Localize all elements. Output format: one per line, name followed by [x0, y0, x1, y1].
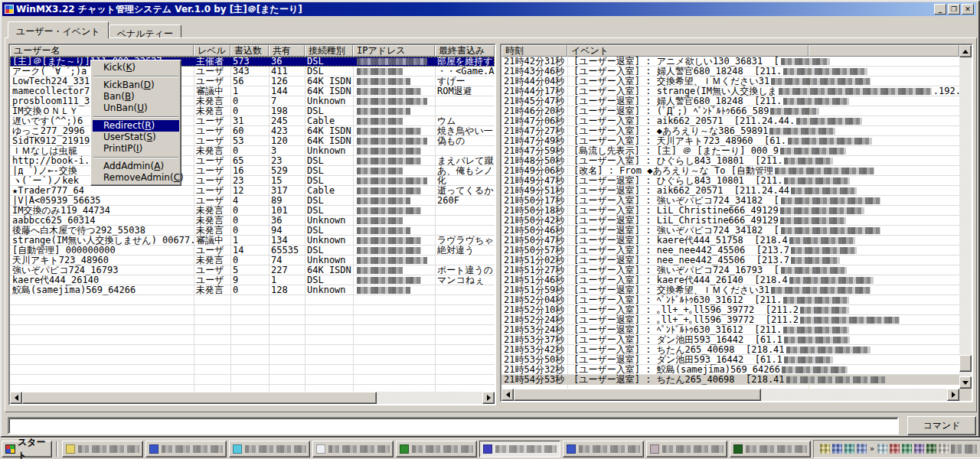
user-row[interactable]: |V|Å<05939_56635 ユーザ 4 89 DSL 260F: [10, 196, 495, 206]
event-row[interactable]: 21時51分46秒 [ユーザー入室] : kaere代444_26140 [21…: [501, 275, 959, 285]
event-row[interactable]: 21時50分42秒 [ユーザー退室] : LiL_Christine666_49…: [501, 216, 959, 226]
event-row[interactable]: 21時54分53秒 [ユーザー退室] : ちたん265_40698 [218.4…: [501, 375, 959, 385]
event-row[interactable]: 21時49分47秒 [ユーザー退室] : ひぐらし843_10801 [211.: [501, 176, 959, 186]
user-row[interactable]: IM交換ＯＮＬＹ 未発言 0 198 DSL: [10, 106, 495, 116]
col-lastpost[interactable]: 最終書込み: [435, 45, 495, 57]
tray-icon[interactable]: [832, 444, 842, 454]
col-event[interactable]: イベント: [567, 45, 808, 57]
tray-overflow-icon[interactable]: »: [869, 444, 875, 454]
tray-icon[interactable]: [902, 444, 912, 454]
vscroll-thumb[interactable]: [959, 355, 972, 372]
user-row[interactable]: http://book-i. ユーザ 65 23 DSL まえバレて蹴ら: [10, 156, 495, 166]
user-row[interactable]: アーク(゜∀゜;)a ユーザ 343 411 DSL ・・<Game.App: [10, 67, 495, 76]
restore-button[interactable]: ❐: [948, 4, 960, 15]
task-button[interactable]: [730, 441, 811, 457]
user-row[interactable]: [主]＠[また～り]111_000_22627 主催者 573 36 DSL 部…: [10, 57, 495, 67]
event-row[interactable]: 21時53分50秒 [ユーザー退室] : ダン池田593_16442 [61.1: [501, 355, 959, 365]
event-row[interactable]: 21時52分10秒 [ユーザー入室] : ｡ll+_+｡ll596_39772 …: [501, 305, 959, 315]
user-row[interactable]: 遅いです(^^;)6 ユーザ 31 245 Cable ウム: [10, 116, 495, 126]
tray-icon[interactable]: [820, 444, 830, 454]
scroll-right-icon[interactable]: [482, 392, 495, 404]
event-row[interactable]: 21時44分04秒 [ユーザー入室] : 交換希望、ＩＭください31: [501, 76, 959, 86]
col-username[interactable]: ユーザー名: [10, 45, 194, 57]
tray-icon[interactable]: [877, 444, 887, 454]
task-button[interactable]: [229, 441, 310, 457]
event-row[interactable]: 21時51分27秒 [ユーザー入室] : 強いぞパピコ724_16793 [: [501, 265, 959, 275]
scroll-up-icon[interactable]: [959, 45, 972, 57]
scroll-left-icon[interactable]: [501, 389, 514, 401]
command-input[interactable]: [8, 417, 899, 435]
menu-item-ban[interactable]: Ban(B): [93, 91, 179, 103]
menu-item-kickban[interactable]: KickBan(D): [93, 80, 179, 91]
task-button[interactable]: [396, 441, 477, 457]
task-button[interactable]: [62, 441, 143, 457]
user-row[interactable]: ゆっこ277_2996 ユーザ 60 423 64K ISDN 焼き鳥やい一: [10, 126, 495, 136]
hscroll-thumb[interactable]: [514, 389, 761, 401]
event-row[interactable]: 21時43分46秒 [ユーザー入室] : 婦人警官680_18248 [211.: [501, 67, 959, 76]
event-row[interactable]: 21時53分24秒 [ユーザー退室] : ﾍﾟﾝﾄﾞﾙﾄｩ630_31612 […: [501, 325, 959, 335]
col-posts[interactable]: 書込数: [230, 45, 269, 57]
event-row[interactable]: 21時42分31秒 [ユーザー退室] : アニメ欲しい130_36831 [: [501, 57, 959, 67]
col-time[interactable]: 時刻: [501, 45, 567, 57]
event-row[interactable]: 21時52分24秒 [ユーザー退室] : ｡ll+_+｡ll596_39772 …: [501, 315, 959, 325]
task-button[interactable]: [646, 441, 727, 457]
event-row[interactable]: 21時47分06秒 [ユーザー入室] : aik662_20571 [211.2…: [501, 116, 959, 126]
user-row[interactable]: 後藤へ白木屋で待つ292_55038 未発言 0 94 DSL: [10, 226, 495, 236]
event-row[interactable]: 21時52分04秒 [ユーザー入室] : ﾍﾟﾝﾄﾞﾙﾄｩ630_31612 […: [501, 295, 959, 305]
user-list-hscrollbar[interactable]: [10, 392, 495, 404]
menu-item-printip[interactable]: PrintIP(I): [93, 143, 179, 155]
event-row[interactable]: 21時46分20秒 [ユーザー退室] : (ﾟДﾟ;) ﾍﾟﾝﾄﾞﾙﾄｩ666_…: [501, 106, 959, 116]
event-row[interactable]: 21時44分17秒 [ユーザー入室] : strange(IM無い人交換しま .…: [501, 86, 959, 96]
task-button-winmx-active[interactable]: [479, 441, 560, 457]
event-row[interactable]: 21時47分59秒 [島流し先表示] : [主] ＠ [またーり] 000_9: [501, 146, 959, 156]
scroll-right-icon[interactable]: [947, 389, 959, 401]
close-button[interactable]: ✕: [962, 4, 974, 15]
user-row[interactable]: 強いぞパピコ724_16793 ユーザ 5 227 64K ISDN ポート違う…: [10, 265, 495, 275]
task-button[interactable]: [312, 441, 394, 457]
user-row[interactable]: strange(IM無い人交換しません) 00677... 審議中 1 134 …: [10, 236, 495, 246]
user-row[interactable]: kaere代444_26140 ユーザ 9 1 DSL マンコねぇ: [10, 275, 495, 285]
tray-icon[interactable]: [890, 444, 900, 454]
col-ip[interactable]: IPアドレス: [353, 45, 435, 57]
event-row[interactable]: 21時54分32秒 [ユーザー入室] : 鮫島(samejima)569_642…: [501, 365, 959, 375]
menu-item-removeadmin[interactable]: RemoveAdmin(C): [93, 172, 179, 184]
minimize-button[interactable]: _: [934, 4, 946, 15]
user-row[interactable]: aabbcc625_60314 未発言 0 36 Unknown: [10, 216, 495, 226]
event-list-hscrollbar[interactable]: [501, 389, 959, 401]
event-row[interactable]: 21時50分57秒 [ユーザー入室] : nee_nee442_45506 [2…: [501, 246, 959, 256]
menu-item-addadmin[interactable]: AddAdmin(A): [93, 161, 179, 172]
start-button[interactable]: スタート: [2, 441, 52, 457]
event-row[interactable]: 21時49分51秒 [ユーザー退室] : aik662_20571 [211.2…: [501, 186, 959, 196]
hscroll-thumb[interactable]: [22, 392, 377, 404]
tray-icon[interactable]: [926, 444, 936, 454]
task-button[interactable]: [145, 441, 227, 457]
col-shared[interactable]: 共有: [269, 45, 305, 57]
tray-icon[interactable]: [939, 444, 949, 454]
event-row[interactable]: 21時50分47秒 [ユーザー退室] : kaere代444_51758 [21…: [501, 236, 959, 246]
user-row[interactable]: SidTK912_21919 ユーザ 53 120 64K ISDN 偽もの: [10, 136, 495, 146]
scroll-down-icon[interactable]: [959, 376, 972, 389]
app-icon[interactable]: [5, 5, 14, 14]
user-row[interactable]: |д゜)ノ←-交換 ユーザ 16 529 DSL あ、俺もシノ: [10, 166, 495, 176]
user-row[interactable]: IM交換のみ119_44734 未発言 0 101 DSL: [10, 206, 495, 216]
scroll-left-icon[interactable]: [10, 392, 22, 404]
task-button[interactable]: [563, 441, 644, 457]
event-list-vscrollbar[interactable]: [959, 45, 972, 401]
event-row[interactable]: 21時53分37秒 [ユーザー入室] : ダン池田593_16442 [61.1: [501, 335, 959, 345]
event-row[interactable]: 21時48分50秒 [ユーザー入室] : ひぐらし843_10801 [211.: [501, 156, 959, 166]
tab-users-events[interactable]: ユーザー・イベント: [8, 21, 109, 38]
tray-icon[interactable]: [844, 444, 854, 454]
tray-icon[interactable]: [914, 444, 924, 454]
command-button[interactable]: コマンド: [907, 416, 976, 435]
event-row[interactable]: 21時53分42秒 [ユーザー入室] : ちたん265_40698 [218.4…: [501, 345, 959, 355]
event-row[interactable]: 21時50分46秒 [ユーザー退室] : 強いぞパピコ724_34182 [: [501, 226, 959, 236]
user-row[interactable]: ＩＭなしは虫籠 未発言 0 3 Unknown: [10, 146, 495, 156]
event-row[interactable]: 21時49分06秒 [改名] : From ◆あろえり～な To [自動管理: [501, 166, 959, 176]
tab-penalty[interactable]: ペナルティー: [109, 24, 181, 38]
menu-item-redirect[interactable]: Redirect(R): [93, 120, 179, 132]
user-row[interactable]: LowTech224_331 ユーザ 56 126 64K ISDN すげー: [10, 76, 495, 86]
event-row[interactable]: 21時51分59秒 [ユーザー退室] : 交換希望、ＩＭください31: [501, 285, 959, 295]
event-row[interactable]: 21時47分49秒 [ユーザー入室] : 天川アキト723_48960 [61.: [501, 136, 959, 146]
user-row[interactable]: 天川アキト723_48960 未発言 0 74 Unknown: [10, 256, 495, 265]
user-row[interactable]: 鮫島(samejima)569_64266 未発言 0 128 Unknown: [10, 285, 495, 295]
